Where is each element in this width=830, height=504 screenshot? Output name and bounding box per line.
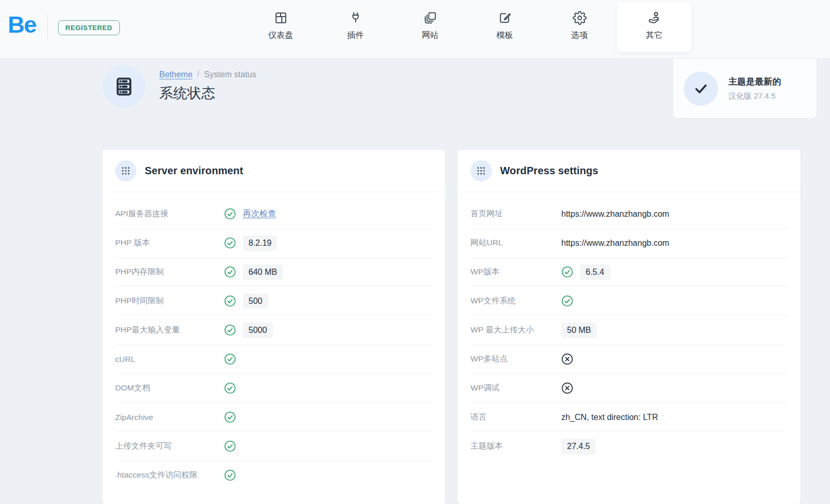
nav-item-plugin[interactable]: 插件 <box>318 0 393 59</box>
update-panel-text: 主题是最新的 汉化版 27.4.5 <box>728 76 781 101</box>
status-row: 上传文件夹可写 <box>115 432 432 461</box>
nav-item-label: 网站 <box>422 30 438 41</box>
value-badge: 5000 <box>243 323 273 338</box>
update-version: 汉化版 27.4.5 <box>728 91 781 101</box>
breadcrumb-current: System status <box>204 70 256 79</box>
status-ok-icon <box>224 324 236 336</box>
row-label: 主题版本 <box>471 441 561 452</box>
logo-divider <box>47 15 48 40</box>
nav-item-label: 其它 <box>646 30 662 41</box>
page-header-text: Betheme/System status 系统状态 <box>159 65 256 108</box>
page-header: Betheme/System status 系统状态 <box>103 65 256 108</box>
status-ok-icon <box>224 295 236 307</box>
other-icon <box>647 11 661 25</box>
status-ok-icon <box>224 208 236 220</box>
update-title: 主题是最新的 <box>728 76 781 88</box>
card-wordpress-settings: WordPress settings首页网址https://www.zhanzh… <box>458 150 800 504</box>
status-row: 主题版本27.4.5 <box>471 432 787 460</box>
system-status-icon-circle <box>103 65 145 108</box>
card-icon-circle <box>471 160 492 181</box>
row-label: cURL <box>115 355 224 364</box>
registered-badge: REGISTERED <box>58 20 120 35</box>
status-row: WP 最大上传大小50 MB <box>471 316 787 345</box>
value-badge: 50 MB <box>561 323 597 338</box>
value-badge: 6.5.4 <box>580 264 610 280</box>
options-icon <box>573 11 587 25</box>
nav-item-label: 仪表盘 <box>268 30 293 41</box>
status-ok-icon <box>561 295 573 307</box>
row-label: PHP最大输入变量 <box>115 325 224 335</box>
row-label: WP多站点 <box>471 354 561 365</box>
row-label: API服务器连接 <box>115 208 224 219</box>
card-rows: API服务器连接再次检查PHP 版本8.2.19PHP内存限制640 MBPHP… <box>102 192 445 504</box>
betheme-logo[interactable]: Be <box>8 11 36 38</box>
row-label: 网站URL <box>471 237 561 248</box>
check-icon <box>693 81 709 96</box>
check-icon-circle <box>684 72 718 106</box>
value-text: zh_CN, text direction: LTR <box>561 413 658 422</box>
status-ok-icon <box>224 382 236 394</box>
topbar: Be REGISTERED 仪表盘插件网站模板选项其它 <box>0 0 830 59</box>
value-badge: 500 <box>243 293 268 309</box>
plugin-icon <box>349 11 363 25</box>
nav-item-options[interactable]: 选项 <box>542 0 617 59</box>
status-row: ZipArchive <box>115 403 432 432</box>
recheck-link[interactable]: 再次检查 <box>243 208 276 219</box>
theme-update-panel: 主题是最新的 汉化版 27.4.5 <box>672 59 817 119</box>
card-header: WordPress settings <box>458 150 800 192</box>
status-row: PHP内存限制640 MB <box>115 258 432 287</box>
row-label: PHP 版本 <box>115 237 224 248</box>
status-row: WP文件系统 <box>471 287 787 316</box>
status-row: 网站URLhttps://www.zhanzhangb.com <box>471 229 787 258</box>
value-text: https://www.zhanzhangb.com <box>561 209 669 219</box>
nav-item-label: 选项 <box>571 30 588 41</box>
status-ok-icon <box>561 266 573 278</box>
status-cards: Server environmentAPI服务器连接再次检查PHP 版本8.2.… <box>102 150 800 504</box>
row-label: WP文件系统 <box>471 296 561 306</box>
status-row: PHP 版本8.2.19 <box>115 229 432 258</box>
status-disabled-icon <box>561 353 573 365</box>
nav-item-other[interactable]: 其它 <box>617 2 691 52</box>
status-row: 语言zh_CN, text direction: LTR <box>471 403 787 432</box>
breadcrumb: Betheme/System status <box>159 70 256 79</box>
templates-icon <box>498 11 512 25</box>
value-badge: 8.2.19 <box>243 235 277 251</box>
status-row: WP调试 <box>471 374 787 403</box>
status-ok-icon <box>224 266 236 278</box>
status-row: API服务器连接再次检查 <box>115 200 432 229</box>
status-ok-icon <box>224 237 236 249</box>
row-label: 首页网址 <box>471 208 561 219</box>
row-label: PHP时间限制 <box>115 296 224 306</box>
grid-dots-icon <box>121 166 130 175</box>
status-row: WP多站点 <box>471 345 787 374</box>
main-nav: 仪表盘插件网站模板选项其它 <box>243 0 691 59</box>
card-title: WordPress settings <box>500 165 598 177</box>
status-row: .htaccess文件访问权限 <box>115 461 432 489</box>
value-badge: 640 MB <box>243 264 283 280</box>
row-label: PHP内存限制 <box>115 267 224 277</box>
status-row: PHP最大输入变量5000 <box>115 316 432 345</box>
row-label: .htaccess文件访问权限 <box>115 470 224 481</box>
card-server-environment: Server environmentAPI服务器连接再次检查PHP 版本8.2.… <box>102 150 445 504</box>
nav-item-websites[interactable]: 网站 <box>393 0 467 59</box>
row-label: 语言 <box>471 412 561 423</box>
status-ok-icon <box>224 469 236 481</box>
card-rows: 首页网址https://www.zhanzhangb.com网站URLhttps… <box>458 192 800 475</box>
page-title: 系统状态 <box>159 84 256 103</box>
status-ok-icon <box>224 411 236 423</box>
grid-dots-icon <box>477 166 486 175</box>
breadcrumb-separator: / <box>197 70 199 79</box>
nav-item-dashboard[interactable]: 仪表盘 <box>243 0 318 59</box>
card-icon-circle <box>115 160 136 181</box>
row-label: DOM文档 <box>115 383 224 394</box>
row-label: ZipArchive <box>115 413 224 422</box>
breadcrumb-link-betheme[interactable]: Betheme <box>159 70 192 79</box>
row-label: WP调试 <box>471 383 561 394</box>
nav-item-templates[interactable]: 模板 <box>467 0 542 59</box>
row-label: 上传文件夹可写 <box>115 441 224 452</box>
status-row: PHP时间限制500 <box>115 287 432 316</box>
status-row: WP版本6.5.4 <box>471 258 787 287</box>
dashboard-icon <box>274 11 288 25</box>
status-disabled-icon <box>561 382 573 394</box>
status-row: 首页网址https://www.zhanzhangb.com <box>471 200 787 229</box>
